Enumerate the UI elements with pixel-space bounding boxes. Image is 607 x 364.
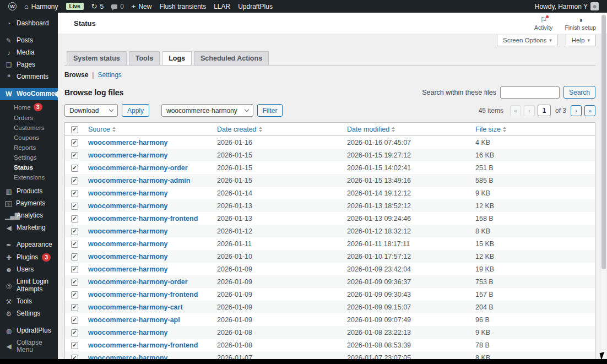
sidebar-item-payments[interactable]: $ Payments — [0, 198, 58, 210]
table-row: ✓ woocommerce-harmony 2026-01-13 2026-01… — [65, 199, 595, 212]
sort-by-source[interactable]: Source — [88, 126, 116, 133]
apply-button[interactable]: Apply — [122, 104, 149, 117]
new-content-button[interactable]: + New — [128, 0, 156, 13]
sidebar-item-settings[interactable]: ⚙ Settings — [0, 308, 58, 320]
log-file-link[interactable]: woocommerce-harmony — [88, 139, 167, 146]
sidebar-item-limit-login-attempts[interactable]: ◎ Limit Login Attempts — [0, 276, 58, 296]
log-file-link[interactable]: woocommerce-harmony — [88, 151, 167, 159]
howdy-account-link[interactable]: Howdy, Harmon Y ☻ — [531, 0, 603, 13]
next-page-button[interactable]: › — [571, 105, 582, 116]
comments-indicator[interactable]: 0 — [107, 0, 128, 13]
sidebar-item-comments[interactable]: ❝ Comments — [0, 71, 58, 83]
row-checkbox[interactable]: ✓ — [71, 355, 78, 359]
submenu-item-customers[interactable]: Customers — [0, 123, 58, 133]
scrollbar-thumb[interactable] — [601, 15, 606, 269]
log-file-link[interactable]: woocommerce-harmony — [88, 227, 167, 235]
sidebar-item-marketing[interactable]: ◀ Marketing — [0, 222, 58, 234]
submenu-item-settings[interactable]: Settings — [0, 153, 58, 162]
log-file-link[interactable]: woocommerce-harmony — [88, 265, 167, 273]
submenu-item-home[interactable]: Home 3 — [0, 101, 58, 113]
log-file-link[interactable]: woocommerce-harmony-frontend — [88, 341, 198, 349]
log-file-link[interactable]: woocommerce-harmony-cart — [88, 303, 183, 311]
submenu-item-status[interactable]: Status — [0, 162, 58, 172]
sidebar-item-woocommerce[interactable]: W WooCommerce — [0, 88, 58, 100]
collapse-menu-button[interactable]: ◀ Collapse Menu — [0, 337, 58, 357]
log-file-link[interactable]: woocommerce-harmony-admin — [88, 177, 190, 184]
log-file-link[interactable]: woocommerce-harmony-order — [88, 278, 188, 286]
log-file-link[interactable]: woocommerce-harmony — [88, 202, 167, 210]
submenu-item-extensions[interactable]: Extensions — [0, 172, 58, 182]
sidebar-item-users[interactable]: ☻ Users — [0, 264, 58, 276]
row-checkbox[interactable]: ✓ — [71, 190, 78, 197]
log-file-link[interactable]: woocommerce-harmony-frontend — [88, 215, 198, 222]
sort-by-date-created[interactable]: Date created — [217, 126, 262, 133]
row-checkbox[interactable]: ✓ — [71, 152, 78, 159]
log-file-link[interactable]: woocommerce-harmony — [88, 253, 167, 260]
row-checkbox[interactable]: ✓ — [71, 317, 78, 324]
row-checkbox[interactable]: ✓ — [71, 279, 78, 286]
row-checkbox[interactable]: ✓ — [71, 241, 78, 248]
screen-options-button[interactable]: Screen Options ▾ — [497, 35, 558, 46]
log-file-link[interactable]: woocommerce-harmony-order — [88, 164, 188, 172]
flush-transients-link[interactable]: Flush transients — [155, 0, 210, 13]
sidebar-item-analytics[interactable]: ▁▄▇ Analytics — [0, 210, 58, 222]
site-name-link[interactable]: ⌂ Harmony — [20, 0, 62, 13]
products-icon: ▥ — [5, 188, 13, 195]
search-files-input[interactable] — [500, 86, 560, 99]
subnav-settings-link[interactable]: Settings — [97, 71, 121, 79]
help-button[interactable]: Help ▾ — [566, 35, 596, 46]
updates-indicator[interactable]: ↻ 5 — [88, 0, 108, 13]
llar-link[interactable]: LLAR — [210, 0, 234, 13]
row-checkbox[interactable]: ✓ — [71, 329, 78, 336]
tab-tools[interactable]: Tools — [129, 51, 160, 65]
sort-by-date-modified[interactable]: Date modified — [347, 126, 395, 133]
bulk-action-select[interactable]: Download — [64, 104, 118, 117]
sort-by-file-size[interactable]: File size — [475, 126, 506, 133]
row-checkbox[interactable]: ✓ — [71, 165, 78, 172]
log-file-link[interactable]: woocommerce-harmony — [88, 240, 167, 248]
sidebar-item-posts[interactable]: ✎ Posts — [0, 35, 58, 47]
sidebar-item-dashboard[interactable]: ◔ Dashboard — [0, 18, 58, 30]
sidebar-item-appearance[interactable]: ✒ Appearance — [0, 239, 58, 251]
select-all-checkbox[interactable]: ✓ — [71, 126, 78, 133]
search-button[interactable]: Search — [563, 86, 595, 99]
finish-setup-button[interactable]: ◑ Finish setup — [565, 16, 596, 31]
row-checkbox[interactable]: ✓ — [71, 342, 78, 349]
row-checkbox[interactable]: ✓ — [71, 177, 78, 184]
sidebar-item-plugins[interactable]: ✚ Plugins 3 — [0, 251, 58, 264]
wordpress-menu[interactable]: W — [4, 0, 20, 13]
updraftplus-toolbar-link[interactable]: UpdraftPlus — [234, 0, 277, 13]
tab-scheduled-actions[interactable]: Scheduled Actions — [194, 51, 269, 65]
filter-button[interactable]: Filter — [257, 104, 283, 117]
submenu-item-orders[interactable]: Orders — [0, 113, 58, 123]
sidebar-item-pages[interactable]: ❏ Pages — [0, 59, 58, 71]
row-checkbox[interactable]: ✓ — [71, 203, 78, 210]
submenu-item-coupons[interactable]: Coupons — [0, 133, 58, 143]
admin-sidebar: ◔ Dashboard ✎ Posts ♪ Media ❏ Pages ❝ Co… — [0, 13, 58, 359]
last-page-button[interactable]: » — [584, 105, 595, 116]
current-page-input[interactable] — [538, 105, 551, 116]
log-file-link[interactable]: woocommerce-harmony-frontend — [88, 291, 198, 298]
sidebar-item-media[interactable]: ♪ Media — [0, 47, 58, 59]
row-checkbox[interactable]: ✓ — [71, 253, 78, 260]
submenu-item-reports[interactable]: Reports — [0, 143, 58, 153]
tab-logs[interactable]: Logs — [162, 51, 192, 65]
row-checkbox[interactable]: ✓ — [71, 291, 78, 298]
source-filter-select[interactable]: woocommerce-harmony — [161, 104, 253, 117]
sidebar-item-label: Comments — [17, 73, 48, 81]
activity-button[interactable]: ⚐ Activity — [534, 16, 552, 31]
row-checkbox[interactable]: ✓ — [71, 215, 78, 222]
row-checkbox[interactable]: ✓ — [71, 228, 78, 235]
sidebar-item-products[interactable]: ▥ Products — [0, 186, 58, 198]
log-file-link[interactable]: woocommerce-harmony — [88, 354, 167, 360]
sidebar-item-updraftplus[interactable]: ◍ UpdraftPlus — [0, 325, 58, 337]
log-file-link[interactable]: woocommerce-harmony — [88, 329, 167, 336]
row-checkbox[interactable]: ✓ — [71, 266, 78, 273]
new-label: New — [138, 3, 151, 10]
sidebar-item-tools[interactable]: ⚒ Tools — [0, 296, 58, 308]
log-file-link[interactable]: woocommerce-harmony — [88, 189, 167, 197]
row-checkbox[interactable]: ✓ — [71, 139, 78, 146]
log-file-link[interactable]: woocommerce-harmony-api — [88, 316, 180, 324]
row-checkbox[interactable]: ✓ — [71, 304, 78, 311]
tab-system-status[interactable]: System status — [67, 51, 127, 65]
